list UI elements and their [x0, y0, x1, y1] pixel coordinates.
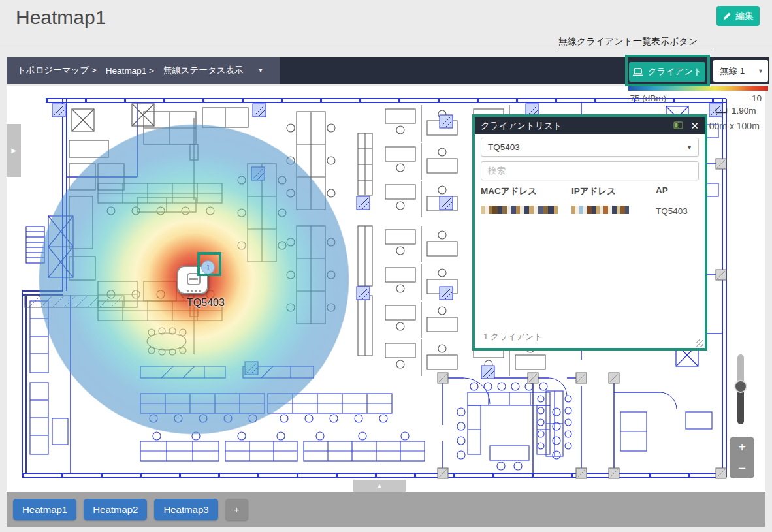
radio-select-caret-icon: ▼: [758, 68, 764, 74]
client-ap-name: TQ5403: [656, 206, 688, 216]
client-button-highlight-box: [625, 55, 710, 86]
client-list-panel: クライアントリスト ✕ TQ5403 ▼ 検索 MACアドレス IPアドレス A…: [472, 114, 707, 351]
radio-select-value: 無線 1: [720, 65, 745, 77]
client-list-panel-header[interactable]: クライアントリスト ✕: [475, 117, 705, 134]
radio-select[interactable]: 無線 1 ▼: [713, 60, 768, 82]
column-ap: AP: [656, 185, 668, 197]
mac-address-redacted: [481, 206, 558, 214]
breadcrumb-caret-icon[interactable]: ▼: [258, 67, 264, 74]
breadcrumb-heatmap1[interactable]: Heatmap1 >: [106, 66, 154, 76]
ap-select[interactable]: TQ5403 ▼: [481, 138, 699, 157]
ip-address-redacted: [571, 206, 629, 214]
legend-max-label: -10: [745, 93, 762, 103]
sidebar-collapse-tab[interactable]: ▶: [7, 124, 21, 177]
zoom-out-button[interactable]: −: [738, 461, 746, 476]
map-scale: 1.90m: [715, 106, 762, 116]
client-search-input[interactable]: 検索: [481, 161, 699, 180]
breadcrumb-topology[interactable]: トポロジーマップ >: [17, 65, 97, 76]
tab-heatmap2[interactable]: Heatmap2: [84, 499, 147, 520]
map-dimensions-label: 100m x 100m: [704, 121, 769, 131]
heatmap-tab-bar: Heatmap1 Heatmap2 Heatmap3 +: [7, 492, 765, 527]
client-table-row[interactable]: TQ5403: [481, 206, 699, 216]
edit-button-label: 編集: [735, 10, 754, 22]
client-list-panel-body: TQ5403 ▼ 検索 MACアドレス IPアドレス AP TQ5403: [475, 134, 705, 216]
column-ip: IPアドレス: [571, 185, 656, 197]
pencil-icon: [722, 12, 732, 21]
scale-label: 1.90m: [732, 106, 756, 116]
map-collapse-strip[interactable]: ▲: [353, 480, 406, 492]
zoom-in-button[interactable]: +: [738, 440, 746, 455]
add-heatmap-tab-button[interactable]: +: [225, 499, 248, 520]
zoom-buttons: + −: [730, 437, 754, 478]
signal-strength-legend: [628, 86, 768, 91]
scale-icon: [715, 108, 728, 114]
tab-heatmap3[interactable]: Heatmap3: [154, 499, 217, 520]
client-list-panel-title: クライアントリスト: [481, 120, 673, 132]
ap-select-value: TQ5403: [488, 142, 520, 152]
annotation-label: 無線クライアント一覧表示ボタン: [558, 36, 713, 50]
breadcrumb: トポロジーマップ > Heatmap1 > 無線ステータス表示 ▼: [7, 57, 280, 84]
ap-icon-bar: [189, 278, 198, 280]
edit-button[interactable]: 編集: [716, 6, 760, 26]
ap-icon-dots: [187, 290, 201, 292]
tab-heatmap1[interactable]: Heatmap1: [13, 499, 76, 520]
ap-select-caret-icon: ▼: [686, 144, 692, 151]
close-icon[interactable]: ✕: [690, 120, 699, 132]
client-search-placeholder: 検索: [488, 165, 506, 177]
client-count-footer: 1 クライアント: [483, 331, 543, 343]
breadcrumb-wireless-status[interactable]: 無線ステータス表示: [163, 65, 244, 76]
badge-highlight-box: [197, 252, 221, 276]
column-mac: MACアドレス: [481, 185, 571, 197]
panel-resize-handle[interactable]: [696, 339, 703, 347]
legend-min-label: -75 (dBm): [627, 93, 666, 103]
client-table-header: MACアドレス IPアドレス AP: [481, 185, 699, 197]
columns-icon[interactable]: [673, 121, 684, 130]
zoom-slider-knob[interactable]: [734, 380, 747, 393]
ap-label: TQ5403: [176, 297, 235, 309]
page-title: Heatmap1: [16, 7, 106, 29]
